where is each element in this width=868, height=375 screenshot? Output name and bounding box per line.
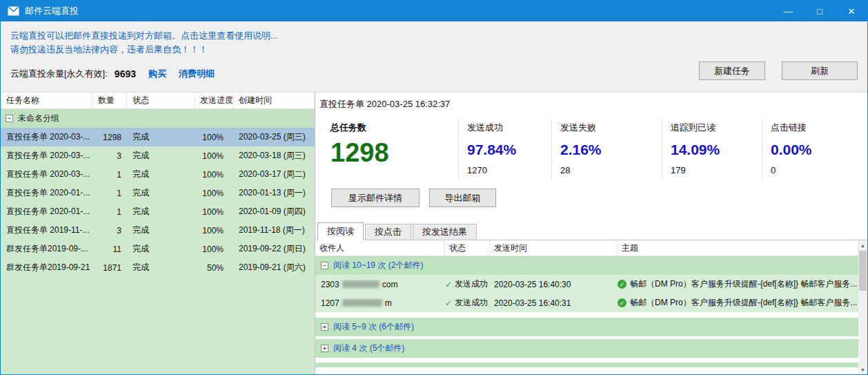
stat-link-clicked: 点击链接 0.00% 0 (762, 119, 862, 180)
column-header-recipient[interactable]: 收件人 (315, 240, 445, 256)
stat-count: 0 (771, 165, 862, 175)
column-header-send-time[interactable]: 发送时间 (490, 240, 618, 256)
task-detail-panel: 直投任务单 2020-03-25 16:32:37 总任务数 1298 发送成功… (315, 93, 867, 374)
maximize-button[interactable]: □ (804, 1, 836, 21)
partial-row (315, 363, 858, 367)
task-row[interactable]: 直投任务单 2020-01-... 1 完成 100% 2020-01-13 (… (1, 184, 315, 202)
column-header-subject[interactable]: 主题 (618, 240, 858, 256)
new-task-button[interactable]: 新建任务 (699, 61, 765, 80)
titlebar: 邮件云端直投 — □ ✕ (1, 1, 867, 21)
stat-send-failed: 发送失败 2.16% 28 (552, 119, 662, 180)
subject-cell: ✓ 畅邮（DM Pro）客户服务升级提醒-{def[名称]} 畅邮客户服务... (618, 278, 858, 290)
tab-by-read[interactable]: 按阅读 (317, 222, 364, 240)
result-tabs: 按阅读 按点击 按发送结果 (315, 222, 867, 240)
task-status-cell: 完成 (127, 150, 195, 162)
mail-group-read-10-19[interactable]: 阅读 10~19 次 (2个邮件) (315, 256, 858, 275)
detail-title: 直投任务单 2020-03-25 16:32:37 (319, 98, 867, 110)
column-header-status[interactable]: 状态 (127, 93, 195, 108)
close-button[interactable]: ✕ (836, 1, 867, 21)
task-created-cell: 2019-09-22 (周日) (233, 243, 315, 255)
task-name-cell: 直投任务单 2020-01-... (1, 206, 92, 218)
stat-label: 点击链接 (771, 122, 862, 134)
recipient-prefix: 2303 (321, 280, 339, 289)
redacted-text (342, 280, 379, 288)
task-progress-cell: 50% (195, 263, 233, 273)
task-status-cell: 完成 (127, 243, 195, 255)
recipient-suffix: com (382, 280, 398, 289)
show-mail-detail-button[interactable]: 显示邮件详情 (331, 189, 420, 207)
success-circle-icon: ✓ (618, 298, 627, 307)
task-row[interactable]: 直投任务单 2020-01-... 1 完成 100% 2020-01-09 (… (1, 202, 315, 221)
scrollbar-thumb[interactable] (859, 251, 867, 291)
send-time-cell: 2020-03-25 16:40:31 (490, 298, 618, 308)
status-cell: ✓ 发送成功 (445, 297, 490, 309)
vertical-scrollbar[interactable]: ▲ ▼ (858, 240, 867, 374)
recipient-prefix: 1207 (321, 298, 339, 308)
task-group-label: 未命名分组 (18, 113, 59, 124)
task-list-panel: 任务名称 数量 状态 发送进度 创建时间 未命名分组 直投任务单 2020-03… (1, 93, 315, 374)
task-count-cell: 3 (92, 226, 127, 235)
task-created-cell: 2019-09-21 (周六) (233, 262, 315, 273)
column-header-progress[interactable]: 发送进度 (195, 93, 233, 108)
task-status-cell: 完成 (127, 262, 195, 273)
task-count-cell: 1298 (92, 133, 127, 142)
usage-notice-link[interactable]: 云端直投可以把邮件直接投递到对方邮箱。点击这里查看使用说明... (10, 29, 858, 43)
task-created-cell: 2019-11-18 (周一) (233, 224, 315, 236)
expand-icon[interactable] (321, 345, 328, 352)
mail-row[interactable]: 1207 m ✓ 发送成功 2020-03-25 16:40:31 ✓ 畅邮（D… (315, 294, 858, 312)
task-created-cell: 2020-01-09 (周四) (233, 206, 315, 218)
stat-count: 1270 (467, 165, 551, 175)
task-group-row[interactable]: 未命名分组 (1, 109, 315, 128)
buy-link[interactable]: 购买 (148, 68, 166, 80)
collapse-icon[interactable] (6, 115, 13, 122)
mail-group-read-4[interactable]: 阅读 4 次 (5个邮件) (315, 339, 858, 358)
subject-text: 畅邮（DM Pro）客户服务升级提醒-{def[名称]} 畅邮客户服务... (630, 278, 857, 290)
task-status-cell: 完成 (127, 224, 195, 236)
column-header-count[interactable]: 数量 (92, 93, 127, 108)
main-area: 任务名称 数量 状态 发送进度 创建时间 未命名分组 直投任务单 2020-03… (1, 93, 867, 374)
task-created-cell: 2020-03-18 (周三) (233, 150, 315, 162)
tab-by-send-result[interactable]: 按发送结果 (413, 224, 477, 240)
mail-table-area: 收件人 状态 发送时间 主题 阅读 10~19 次 (2个邮件) 2303 (315, 240, 867, 374)
task-row[interactable]: 直投任务单 2020-03-... 1 完成 100% 2020-03-17 (… (1, 165, 315, 184)
scroll-down-icon[interactable]: ▼ (858, 365, 867, 374)
export-mailbox-button[interactable]: 导出邮箱 (429, 189, 496, 207)
task-row[interactable]: 直投任务单 2020-03-... 3 完成 100% 2020-03-18 (… (1, 146, 315, 165)
stat-count: 179 (671, 165, 762, 175)
collapse-icon[interactable] (321, 262, 328, 269)
stat-percent: 2.16% (560, 142, 662, 158)
expand-icon[interactable] (321, 323, 328, 331)
task-status-cell: 完成 (127, 206, 195, 218)
status-cell: ✓ 发送成功 (445, 278, 490, 290)
spending-detail-link[interactable]: 消费明细 (179, 68, 215, 80)
task-row[interactable]: 群发任务单2019-09-... 11 完成 100% 2019-09-22 (… (1, 240, 315, 258)
refresh-button[interactable]: 刷新 (782, 61, 858, 80)
task-count-cell: 11 (92, 244, 127, 254)
mail-row[interactable]: 2303 com ✓ 发送成功 2020-03-25 16:40:30 ✓ 畅邮… (315, 275, 858, 294)
redacted-text (342, 299, 382, 307)
task-name-cell: 直投任务单 2020-03-... (1, 150, 92, 162)
task-progress-cell: 100% (195, 133, 233, 142)
scroll-up-icon[interactable]: ▲ (858, 240, 867, 250)
column-header-created[interactable]: 创建时间 (233, 93, 315, 108)
task-status-cell: 完成 (127, 169, 195, 180)
stat-label: 总任务数 (331, 122, 458, 134)
column-header-task-name[interactable]: 任务名称 (1, 93, 92, 108)
success-circle-icon: ✓ (618, 280, 627, 289)
recipient-cell: 2303 com (315, 280, 445, 289)
task-row-selected[interactable]: 直投任务单 2020-03-... 1298 完成 100% 2020-03-2… (1, 128, 315, 146)
task-name-cell: 群发任务单2019-09-... (1, 243, 92, 255)
app-window: 邮件云端直投 — □ ✕ 云端直投可以把邮件直接投递到对方邮箱。点击这里查看使用… (0, 0, 868, 375)
task-row[interactable]: 直投任务单 2019-11-... 3 完成 100% 2019-11-18 (… (1, 221, 315, 240)
mail-table: 收件人 状态 发送时间 主题 阅读 10~19 次 (2个邮件) 2303 (315, 240, 858, 367)
app-logo-icon (7, 6, 19, 17)
mail-group-label: 阅读 5~9 次 (6个邮件) (333, 321, 414, 333)
stat-total-tasks: 总任务数 1298 (321, 119, 459, 180)
tab-by-click[interactable]: 按点击 (365, 224, 411, 240)
task-row[interactable]: 群发任务单2019-09-21 1871 完成 50% 2019-09-21 (… (1, 258, 315, 277)
minimize-button[interactable]: — (772, 1, 804, 21)
mail-group-read-5-9[interactable]: 阅读 5~9 次 (6个邮件) (315, 318, 858, 336)
column-header-status[interactable]: 状态 (445, 240, 490, 256)
task-name-cell: 群发任务单2019-09-21 (1, 262, 92, 273)
balance-label: 云端直投余量[永久有效]: (10, 68, 108, 80)
